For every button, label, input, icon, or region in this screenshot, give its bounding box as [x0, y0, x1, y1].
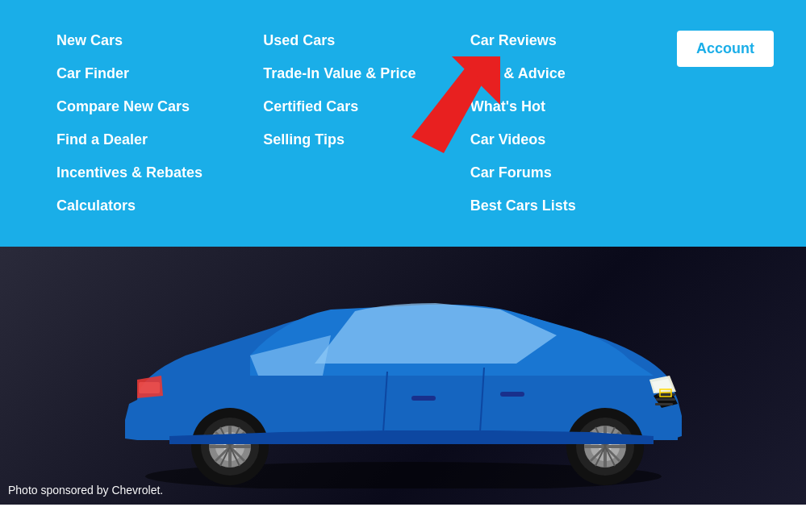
nav-item-new-cars[interactable]: New Cars [56, 24, 263, 57]
svg-rect-10 [655, 403, 673, 405]
account-button[interactable]: Account [677, 31, 774, 67]
nav-item-find-a-dealer[interactable]: Find a Dealer [56, 123, 263, 156]
nav-column-2: Used Cars Trade-In Value & Price Certifi… [263, 24, 470, 222]
car-section: Photo sponsored by Chevrolet. [0, 247, 806, 505]
nav-column-1: New Cars Car Finder Compare New Cars Fin… [56, 24, 263, 222]
nav-menu: New Cars Car Finder Compare New Cars Fin… [0, 0, 806, 247]
nav-item-car-forums[interactable]: Car Forums [470, 156, 677, 189]
photo-credit: Photo sponsored by Chevrolet. [8, 484, 163, 497]
nav-item-whats-hot[interactable]: What's Hot [470, 90, 677, 123]
nav-item-used-cars[interactable]: Used Cars [263, 24, 470, 57]
nav-item-trade-in[interactable]: Trade-In Value & Price [263, 57, 470, 90]
nav-item-incentives-rebates[interactable]: Incentives & Rebates [56, 156, 263, 189]
nav-item-calculators[interactable]: Calculators [56, 189, 263, 222]
nav-grid: New Cars Car Finder Compare New Cars Fin… [0, 16, 806, 231]
account-button-container: Account [677, 24, 774, 222]
svg-rect-6 [411, 396, 436, 401]
car-image [89, 263, 718, 488]
svg-rect-11 [139, 382, 160, 393]
nav-item-certified-cars[interactable]: Certified Cars [263, 90, 470, 123]
nav-item-car-finder[interactable]: Car Finder [56, 57, 263, 90]
svg-rect-9 [656, 398, 675, 401]
nav-item-car-reviews[interactable]: Car Reviews [470, 24, 677, 57]
nav-item-car-videos[interactable]: Car Videos [470, 123, 677, 156]
nav-item-best-cars-lists[interactable]: Best Cars Lists [470, 189, 677, 222]
nav-column-3: Car Reviews Tips & Advice What's Hot Car… [470, 24, 677, 222]
nav-item-compare-new-cars[interactable]: Compare New Cars [56, 90, 263, 123]
nav-item-selling-tips[interactable]: Selling Tips [263, 123, 470, 156]
svg-rect-7 [500, 392, 524, 397]
nav-item-tips-advice[interactable]: Tips & Advice [470, 57, 677, 90]
